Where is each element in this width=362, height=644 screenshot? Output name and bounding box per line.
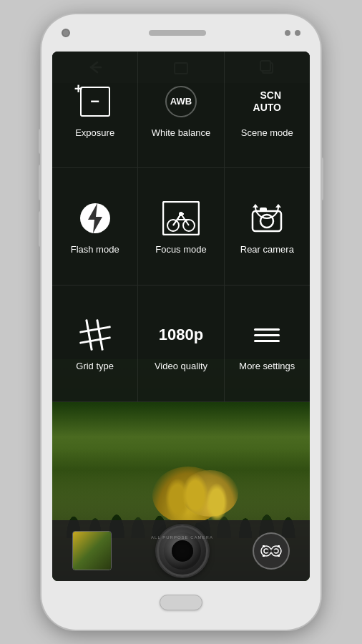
phone-frame: + − Exposure AWB White balance (41, 14, 321, 630)
camera-brand-label: ALL PURPOSE CAMERA (151, 535, 213, 540)
scn-line1: SCN (260, 89, 281, 102)
white-balance-label: White balance (152, 127, 210, 138)
camera-controls-bar: ALL PURPOSE CAMERA (52, 520, 310, 581)
sensor-dot-2 (295, 30, 300, 36)
photo-thumbnail[interactable] (72, 531, 112, 570)
exposure-minus-sign: − (90, 94, 99, 109)
focus-mode-label: Focus mode (155, 244, 207, 255)
hash-h2 (79, 336, 111, 344)
golden-foliage-2 (181, 470, 238, 517)
video-mode-svg (260, 541, 283, 561)
golden-foliage (152, 467, 224, 524)
scn-icon-inner: SCN AUTO (253, 89, 281, 114)
settings-row-3: Grid type 1080p Video quality (52, 286, 310, 402)
svg-rect-13 (260, 208, 267, 212)
video-quality-value: 1080p (159, 326, 203, 344)
grid-type-label: Grid type (76, 361, 114, 371)
video-mode-button[interactable] (253, 532, 290, 570)
rear-camera-icon (247, 198, 287, 238)
settings-row-2: Flash mode (52, 168, 310, 285)
more-settings-icon (247, 315, 287, 355)
setting-line-1 (254, 328, 280, 331)
setting-line-3 (254, 340, 280, 342)
video-quality-label: Video quality (155, 361, 207, 371)
svg-rect-24 (278, 555, 280, 557)
flash-svg (79, 200, 111, 236)
phone-bottom-bar (160, 581, 202, 624)
focus-svg (162, 201, 200, 235)
grid-icon (75, 315, 115, 355)
flash-icon (75, 198, 115, 238)
exposure-cell[interactable]: + − Exposure (52, 52, 138, 167)
1080p-icon: 1080p (161, 315, 201, 355)
flash-mode-label: Flash mode (71, 244, 119, 255)
forest-shadow (52, 449, 310, 520)
shutter-button-inner: ALL PURPOSE CAMERA (164, 532, 201, 570)
hash-h1 (79, 326, 111, 333)
awb-icon-inner: AWB (162, 83, 200, 120)
scn-line2: AUTO (253, 102, 281, 114)
svg-rect-20 (265, 550, 278, 552)
rear-camera-label: Rear camera (240, 244, 294, 255)
hash-icon-inner (79, 319, 111, 351)
more-settings-label: More settings (239, 361, 295, 371)
flash-mode-cell[interactable]: Flash mode (52, 168, 138, 284)
scn-icon: SCN AUTO (247, 82, 287, 122)
svg-marker-15 (253, 204, 258, 208)
video-quality-cell[interactable]: 1080p Video quality (138, 286, 224, 401)
sensors-area (285, 30, 300, 36)
svg-marker-14 (275, 204, 281, 208)
phone-screen: + − Exposure AWB White balance (52, 52, 310, 581)
focus-mode-cell[interactable]: Focus mode (138, 168, 224, 284)
awb-icon: AWB (161, 82, 201, 122)
power-button[interactable] (321, 157, 323, 200)
phone-top-bar (41, 14, 321, 52)
exposure-icon: + − (75, 82, 115, 122)
settings-row-1: + − Exposure AWB White balance (52, 52, 310, 168)
speaker-grille (149, 30, 206, 36)
hash-v1 (85, 319, 93, 351)
svg-rect-21 (263, 545, 265, 547)
svg-rect-23 (278, 545, 280, 547)
setting-line-2-row (254, 334, 280, 336)
exposure-label: Exposure (75, 127, 114, 138)
thumbnail-image (73, 532, 111, 570)
shutter-button[interactable]: ALL PURPOSE CAMERA (157, 525, 208, 577)
sensor-dot-1 (285, 30, 290, 36)
more-settings-cell[interactable]: More settings (225, 286, 310, 401)
home-physical-button[interactable] (160, 595, 202, 610)
more-settings-lines (254, 328, 280, 342)
svg-point-10 (179, 212, 183, 216)
setting-line-2 (254, 334, 280, 336)
volume-up-button[interactable] (39, 129, 41, 154)
rear-camera-svg (248, 201, 285, 235)
focus-icon (161, 198, 201, 238)
exposure-plus-sign: + (74, 81, 83, 97)
hash-v2 (96, 319, 104, 351)
scene-mode-label: Scene mode (241, 127, 293, 138)
exposure-box: + − (80, 87, 110, 117)
white-balance-cell[interactable]: AWB White balance (138, 52, 224, 167)
front-camera-sensor (62, 29, 70, 37)
volume-down-button[interactable] (39, 165, 41, 200)
awb-text: AWB (170, 96, 192, 107)
scene-mode-cell[interactable]: SCN AUTO Scene mode (225, 52, 310, 167)
camera-button[interactable] (39, 211, 41, 247)
svg-rect-22 (263, 555, 265, 557)
rear-camera-cell[interactable]: Rear camera (225, 168, 310, 284)
camera-settings-overlay: + − Exposure AWB White balance (52, 52, 310, 402)
grid-type-cell[interactable]: Grid type (52, 286, 138, 401)
